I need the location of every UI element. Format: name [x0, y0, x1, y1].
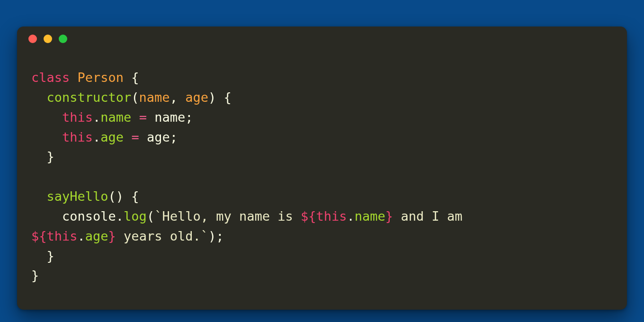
comma: , — [170, 90, 178, 105]
brace: { — [131, 70, 139, 85]
traffic-light-green-icon[interactable] — [59, 35, 67, 43]
id-name: name — [154, 110, 185, 125]
keyword-this: this — [62, 130, 93, 144]
brace: } — [47, 149, 54, 164]
semi: ; — [170, 130, 178, 144]
interp-close: } — [385, 209, 393, 224]
indent — [31, 189, 47, 204]
class-name: Person — [78, 70, 124, 85]
traffic-light-yellow-icon[interactable] — [44, 35, 52, 43]
brace: } — [47, 249, 54, 263]
paren: ( — [147, 209, 154, 224]
indent — [31, 110, 62, 125]
tpl-close: ` — [201, 229, 208, 243]
interp-open: ${ — [301, 209, 316, 224]
parens: () — [108, 189, 124, 204]
id-console: console — [62, 209, 116, 224]
dot: . — [93, 130, 100, 144]
keyword-this: this — [47, 229, 78, 243]
paren: ) — [208, 90, 216, 105]
id-age: age — [147, 130, 170, 144]
paren: ) — [208, 229, 216, 243]
op-assign: = — [139, 110, 147, 125]
dot: . — [93, 110, 100, 125]
dot: . — [347, 209, 355, 224]
paren: ( — [131, 90, 139, 105]
semi: ; — [185, 110, 193, 125]
indent — [31, 149, 47, 164]
keyword-this: this — [62, 110, 93, 125]
param-age: age — [185, 90, 208, 105]
dot: . — [78, 229, 85, 243]
param-name: name — [139, 90, 170, 105]
window-titlebar — [17, 27, 627, 51]
string-part: and I am — [393, 209, 470, 224]
stage: class Person { constructor(name, age) { … — [0, 0, 644, 322]
string-part: Hello, my name is — [162, 209, 301, 224]
keyword-class: class — [31, 70, 70, 85]
indent — [31, 209, 62, 224]
tpl-open: ` — [154, 209, 162, 224]
code-block: class Person { constructor(name, age) { … — [17, 64, 627, 286]
prop-age: age — [85, 229, 108, 243]
indent — [31, 90, 47, 105]
prop-age: age — [100, 130, 124, 144]
traffic-light-red-icon[interactable] — [28, 35, 37, 43]
prop-name: name — [100, 110, 131, 125]
brace: } — [31, 268, 39, 283]
indent — [31, 249, 47, 263]
code-window: class Person { constructor(name, age) { … — [17, 27, 627, 310]
op-assign: = — [131, 130, 139, 144]
indent — [31, 130, 62, 144]
fn-sayhello: sayHello — [47, 189, 108, 204]
brace: { — [224, 90, 231, 105]
keyword-this: this — [316, 209, 347, 224]
fn-log: log — [124, 209, 147, 224]
dot: . — [116, 209, 124, 224]
fn-constructor: constructor — [47, 90, 132, 105]
interp-close: } — [108, 229, 116, 243]
semi: ; — [216, 229, 224, 243]
brace: { — [131, 189, 139, 204]
string-part: years old. — [116, 229, 201, 243]
interp-open: ${ — [31, 229, 47, 243]
prop-name: name — [355, 209, 385, 224]
